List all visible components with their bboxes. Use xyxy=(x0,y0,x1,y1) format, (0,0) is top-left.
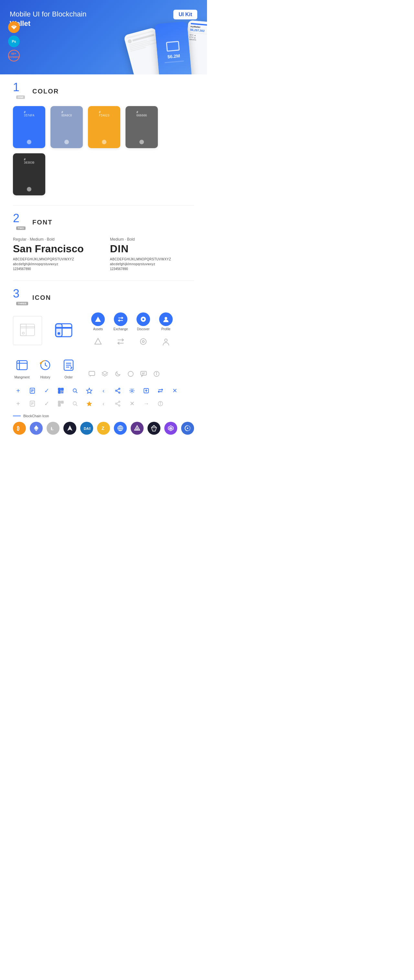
color-dot-5 xyxy=(27,187,31,191)
hero-title: Mobile UI for Blockchain Wallet xyxy=(10,10,107,28)
info-icon-gray xyxy=(155,398,166,409)
layers-icon xyxy=(100,369,110,379)
ps-badge: Ps xyxy=(8,36,20,47)
hero-badges: Ps 60+Screens xyxy=(8,21,20,62)
nav-item-assets-outline xyxy=(87,335,109,348)
section-num-1: 1 ONE xyxy=(13,84,27,98)
svg-point-70 xyxy=(73,402,76,405)
upload-icon xyxy=(141,385,151,396)
nav-item-discover-outline xyxy=(132,335,154,348)
nav-item-assets: Assets xyxy=(87,312,109,331)
network-icon xyxy=(114,422,127,435)
svg-point-54 xyxy=(115,390,117,391)
font-grid: Regular · Medium · Bold San Francisco AB… xyxy=(13,237,194,271)
augur-icon xyxy=(131,422,143,435)
qr-icon xyxy=(56,385,66,396)
color-section-header: 1 ONE COLOR xyxy=(13,84,194,98)
color-swatches: #3574FA #8DA0C8 #F5A623 #666666 #303030 xyxy=(13,106,194,195)
svg-rect-44 xyxy=(62,389,63,390)
color-swatch-1: #3574FA xyxy=(13,106,45,148)
litecoin-icon: Ł xyxy=(46,422,59,435)
nav-item-profile-outline xyxy=(154,335,177,348)
blockchain-line xyxy=(13,415,21,416)
gem-icon xyxy=(148,422,161,435)
hero-section: Mobile UI for Blockchain Wallet UI Kit P… xyxy=(0,0,207,75)
icon-bottom-row: Mangment History xyxy=(13,356,194,379)
phone-group: $6.2M myWallet $6,297,502 BTC ▲ ETH ▲ WA… xyxy=(134,19,207,75)
screens-badge: 60+Screens xyxy=(8,50,20,62)
small-icons-inactive: + ✓ xyxy=(13,398,194,409)
nav-icons-group: Assets Exchange xyxy=(87,312,177,348)
chevron-left-icon-gray: ‹ xyxy=(98,398,109,409)
svg-rect-3 xyxy=(21,327,35,328)
check-icon-gray: ✓ xyxy=(41,398,52,409)
font-section: 2 TWO FONT Regular · Medium · Bold San F… xyxy=(0,205,207,280)
icon-wireframe-1 xyxy=(13,316,42,345)
svg-marker-82 xyxy=(34,425,38,430)
svg-rect-30 xyxy=(141,371,146,375)
font-name-din: DIN xyxy=(110,243,194,255)
bubble-icon xyxy=(139,369,149,379)
plus-icon-gray: + xyxy=(13,398,23,409)
svg-point-75 xyxy=(115,403,117,404)
icon-management: Mangment xyxy=(13,356,31,379)
svg-rect-67 xyxy=(59,402,60,402)
svg-point-80 xyxy=(160,402,161,403)
color-dot-2 xyxy=(64,140,69,144)
svg-rect-28 xyxy=(89,371,95,375)
color-swatch-2: #8DA0C8 xyxy=(51,106,83,148)
svg-marker-72 xyxy=(87,401,92,406)
svg-line-50 xyxy=(76,392,77,393)
svg-marker-11 xyxy=(95,317,101,322)
color-swatch-4: #666666 xyxy=(126,106,158,148)
swap-icon xyxy=(155,385,166,396)
svg-point-5 xyxy=(22,332,24,334)
svg-point-10 xyxy=(57,332,60,335)
svg-point-23 xyxy=(40,362,42,364)
svg-rect-19 xyxy=(17,361,27,370)
svg-rect-69 xyxy=(59,405,60,406)
svg-point-29 xyxy=(128,371,133,377)
svg-line-77 xyxy=(117,404,119,405)
svg-rect-48 xyxy=(61,392,64,393)
svg-marker-51 xyxy=(87,388,92,393)
svg-point-14 xyxy=(165,317,167,320)
svg-point-18 xyxy=(165,339,167,342)
arrow-icon-gray: → xyxy=(141,398,151,409)
dash-icon: DASH xyxy=(80,422,93,435)
skychain-icon xyxy=(181,422,194,435)
nav-icons-row2 xyxy=(87,335,177,348)
color-swatch-5: #303030 xyxy=(13,153,45,195)
ui-kit-badge: UI Kit xyxy=(174,10,197,19)
bitcoin-icon: ₿ xyxy=(13,422,26,435)
color-section-title: COLOR xyxy=(32,88,59,95)
font-section-title: FONT xyxy=(32,219,53,226)
assets-icon xyxy=(91,312,105,326)
svg-point-17 xyxy=(142,340,144,342)
svg-point-13 xyxy=(142,318,144,320)
matic-icon xyxy=(164,422,177,435)
star-icon-gold xyxy=(84,398,94,409)
svg-text:Ł: Ł xyxy=(51,426,54,431)
nav-item-profile: Profile xyxy=(154,312,177,331)
nav-item-exchange-outline xyxy=(109,335,132,348)
svg-rect-47 xyxy=(62,391,64,392)
info-icon xyxy=(151,369,162,379)
zcash-icon: Z xyxy=(97,422,110,435)
svg-line-76 xyxy=(117,402,119,403)
circle-icon xyxy=(126,369,136,379)
svg-rect-45 xyxy=(59,392,60,393)
svg-point-49 xyxy=(73,389,76,392)
moon-icon xyxy=(113,369,123,379)
svg-point-99 xyxy=(187,428,188,429)
svg-point-53 xyxy=(119,392,120,393)
share-icon xyxy=(113,385,123,396)
icon-history: History xyxy=(36,356,54,379)
icon-section: 3 THREE ICON xyxy=(0,281,207,444)
font-col-sf: Regular · Medium · Bold San Francisco AB… xyxy=(13,237,97,271)
blockchain-icon-label: BlockChain Icon xyxy=(13,414,194,418)
color-dot-3 xyxy=(102,140,107,144)
svg-line-55 xyxy=(117,389,119,390)
svg-marker-15 xyxy=(95,338,101,344)
svg-rect-46 xyxy=(61,391,62,392)
